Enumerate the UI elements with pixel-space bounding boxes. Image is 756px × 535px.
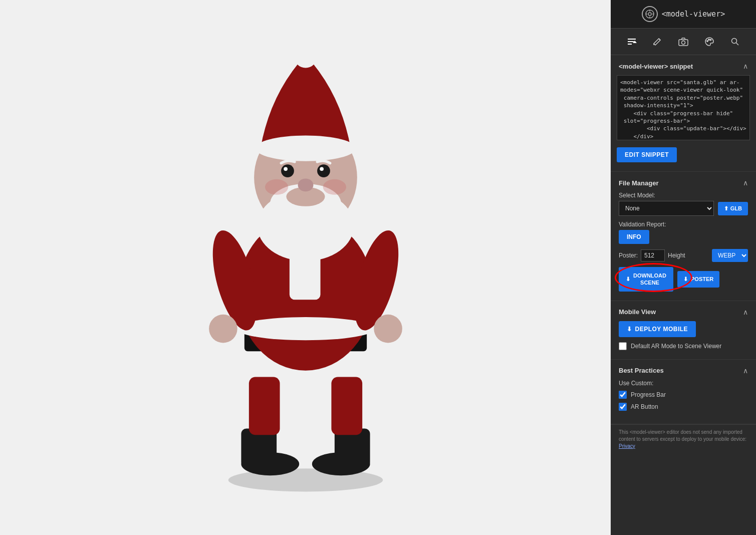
sidebar-header: <model-viewer> bbox=[611, 0, 756, 29]
glb-upload-button[interactable]: ⬆ GLB bbox=[718, 202, 748, 215]
format-select[interactable]: WEBP PNG JPG bbox=[712, 249, 748, 262]
progress-bar-label: Progress Bar bbox=[631, 391, 666, 398]
svg-rect-37 bbox=[628, 39, 636, 40]
svg-point-13 bbox=[209, 315, 237, 343]
mobile-view-section: Mobile View ∧ ⬇ DEPLOY MOBILE Default AR… bbox=[611, 301, 756, 360]
use-custom-label: Use Custom: bbox=[619, 380, 748, 387]
select-model-label: Select Model: bbox=[619, 192, 748, 199]
validation-label: Validation Report: bbox=[619, 221, 748, 228]
ar-button-label: AR Button bbox=[631, 403, 658, 410]
best-practices-title: Best Practices bbox=[619, 367, 664, 374]
glb-button-label: GLB bbox=[730, 205, 742, 211]
svg-point-45 bbox=[706, 41, 707, 42]
snippet-section-title: <model-viewer> snippet bbox=[619, 63, 693, 70]
edit-snippet-button[interactable]: EDIT SNIPPET bbox=[617, 147, 677, 162]
best-practices-content: Use Custom: Progress Bar AR Button bbox=[611, 378, 756, 420]
ar-mode-label: Default AR Mode to Scene Viewer bbox=[631, 343, 721, 350]
sidebar: <model-viewer> bbox=[611, 0, 756, 535]
model-select-row: None santa.glb ⬆ GLB bbox=[619, 201, 748, 216]
ar-mode-row: Default AR Mode to Scene Viewer bbox=[619, 342, 748, 350]
svg-rect-5 bbox=[248, 377, 280, 435]
poster-width-input[interactable] bbox=[641, 249, 665, 261]
download-row: ⬇ DOWNLOADSCENE ⬇ POSTER bbox=[619, 267, 748, 292]
poster-download-icon: ⬇ bbox=[683, 276, 688, 283]
poster-label: Poster: bbox=[619, 252, 638, 259]
download-scene-icon: ⬇ bbox=[626, 276, 630, 283]
download-scene-button[interactable]: ⬇ DOWNLOADSCENE bbox=[619, 267, 673, 292]
poster-button[interactable]: ⬇ POSTER bbox=[677, 271, 719, 288]
svg-point-24 bbox=[317, 164, 330, 177]
camera-button[interactable] bbox=[674, 33, 692, 51]
deploy-mobile-button[interactable]: ⬇ DEPLOY MOBILE bbox=[619, 321, 696, 337]
svg-line-49 bbox=[736, 43, 739, 46]
santa-figure bbox=[155, 42, 456, 493]
download-scene-label: DOWNLOADSCENE bbox=[633, 272, 666, 287]
svg-point-30 bbox=[294, 45, 317, 68]
model-viewer-icon bbox=[642, 6, 658, 22]
svg-point-15 bbox=[374, 315, 402, 343]
validation-row: Validation Report: INFO bbox=[619, 221, 748, 244]
file-manager-section: File Manager ∧ Select Model: None santa.… bbox=[611, 172, 756, 301]
best-practices-header[interactable]: Best Practices ∧ bbox=[611, 364, 756, 378]
poster-height-label: Height bbox=[668, 252, 685, 259]
mobile-view-section-header[interactable]: Mobile View ∧ bbox=[611, 305, 756, 319]
ar-mode-checkbox[interactable] bbox=[619, 342, 627, 350]
snippet-chevron-icon: ∧ bbox=[743, 62, 748, 70]
svg-point-48 bbox=[732, 39, 737, 44]
svg-rect-38 bbox=[628, 41, 634, 42]
best-practices-section: Best Practices ∧ Use Custom: Progress Ba… bbox=[611, 360, 756, 424]
poster-button-label: POSTER bbox=[691, 276, 713, 282]
progress-bar-checkbox[interactable] bbox=[619, 391, 627, 399]
svg-point-44 bbox=[681, 41, 685, 45]
file-manager-title: File Manager bbox=[619, 179, 658, 187]
model-select[interactable]: None santa.glb bbox=[619, 201, 714, 216]
svg-rect-39 bbox=[628, 44, 632, 45]
svg-point-28 bbox=[323, 179, 346, 195]
svg-rect-6 bbox=[331, 377, 362, 435]
svg-point-11 bbox=[236, 317, 375, 340]
app-title: <model-viewer> bbox=[662, 10, 725, 19]
svg-point-32 bbox=[648, 13, 651, 16]
svg-point-46 bbox=[708, 39, 709, 40]
info-button[interactable]: INFO bbox=[619, 230, 649, 244]
svg-point-26 bbox=[298, 179, 313, 192]
svg-point-25 bbox=[320, 167, 324, 171]
svg-point-22 bbox=[281, 164, 294, 177]
mobile-view-content: ⬇ DEPLOY MOBILE Default AR Mode to Scene… bbox=[611, 319, 756, 355]
best-practices-chevron-icon: ∧ bbox=[743, 367, 748, 375]
file-manager-chevron-icon: ∧ bbox=[743, 179, 748, 187]
svg-point-29 bbox=[255, 135, 356, 161]
sort-button[interactable] bbox=[623, 33, 641, 51]
mobile-view-chevron-icon: ∧ bbox=[743, 308, 748, 316]
svg-point-27 bbox=[265, 179, 288, 195]
deploy-button-label: DEPLOY MOBILE bbox=[635, 326, 688, 333]
svg-point-23 bbox=[284, 167, 288, 171]
footer-text: This <model-viewer> editor does not send… bbox=[619, 429, 746, 442]
mobile-view-title: Mobile View bbox=[619, 308, 656, 316]
deploy-icon: ⬇ bbox=[627, 326, 632, 333]
svg-point-47 bbox=[710, 39, 711, 40]
poster-row: Poster: Height WEBP PNG JPG bbox=[619, 249, 748, 262]
snippet-section: <model-viewer> snippet ∧ // populate tex… bbox=[611, 55, 756, 172]
main-viewport bbox=[0, 0, 611, 535]
toolbar-icons bbox=[611, 29, 756, 55]
svg-line-41 bbox=[659, 39, 660, 40]
file-manager-content: Select Model: None santa.glb ⬆ GLB Valid… bbox=[611, 190, 756, 297]
progress-bar-row: Progress Bar bbox=[619, 391, 748, 399]
ar-button-checkbox[interactable] bbox=[619, 403, 627, 411]
search-button[interactable] bbox=[726, 33, 744, 51]
palette-button[interactable] bbox=[700, 33, 718, 51]
download-arrow-icon: ⬆ bbox=[724, 205, 728, 212]
edit-button[interactable] bbox=[648, 33, 666, 51]
footer-note: This <model-viewer> editor does not send… bbox=[611, 424, 756, 454]
privacy-link[interactable]: Privacy bbox=[619, 443, 635, 449]
snippet-textarea[interactable] bbox=[617, 75, 750, 140]
ar-button-row: AR Button bbox=[619, 403, 748, 411]
snippet-section-header[interactable]: <model-viewer> snippet ∧ bbox=[611, 59, 756, 73]
file-manager-section-header[interactable]: File Manager ∧ bbox=[611, 176, 756, 190]
